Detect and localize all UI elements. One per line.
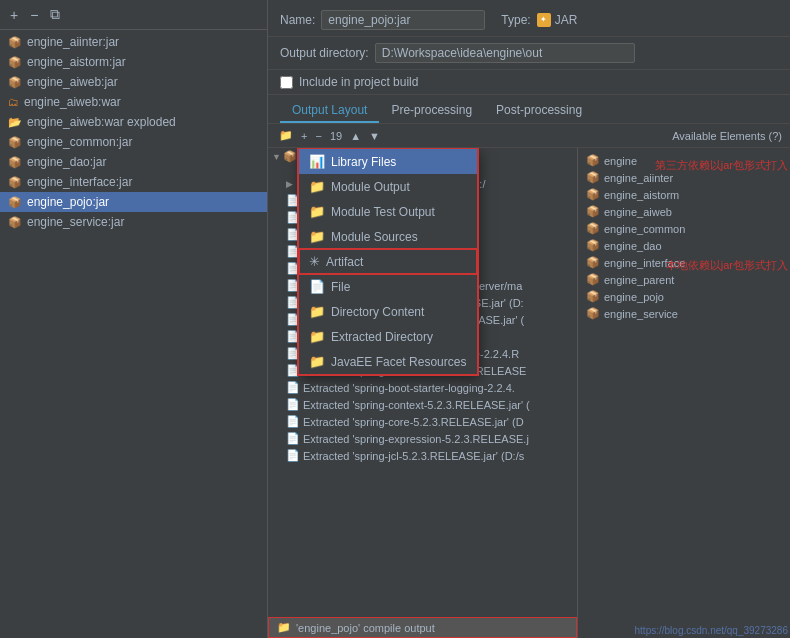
add-artifact-button[interactable]: + (6, 5, 22, 25)
dropdown-library-files[interactable]: 📊 Library Files (299, 149, 477, 174)
elements-item-engine[interactable]: 📦 engine (582, 152, 786, 169)
artifact-type-icon: 📦 (8, 76, 22, 89)
artifact-label: engine_common:jar (27, 135, 132, 149)
elements-item-engine-dao[interactable]: 📦 engine_dao (582, 237, 786, 254)
artifact-label: engine_aiinter:jar (27, 35, 119, 49)
include-label: Include in project build (299, 75, 418, 89)
elements-item-engine-aistorm[interactable]: 📦 engine_aistorm (582, 186, 786, 203)
artifact-label: engine_service:jar (27, 215, 124, 229)
layout-folder-btn[interactable]: 📁 (276, 127, 296, 144)
artifact-label: engine_interface:jar (27, 175, 132, 189)
engine-interface-icon: 📦 (586, 256, 600, 269)
engine-pojo-icon: 📦 (586, 290, 600, 303)
dropdown-artifact[interactable]: ✳ Artifact (299, 249, 477, 274)
artifact-list-panel: + − ⧉ 📦engine_aiinter:jar📦engine_aistorm… (0, 0, 268, 638)
layout-num-btn[interactable]: 19 (327, 128, 345, 144)
tab-post-processing[interactable]: Post-processing (484, 99, 594, 123)
dropdown-javaee[interactable]: 📁 JavaEE Facet Resources (299, 349, 477, 374)
engine-aistorm-icon: 📦 (586, 188, 600, 201)
artifact-item[interactable]: 📦engine_interface:jar (0, 172, 267, 192)
layout-tabs: Output Layout Pre-processing Post-proces… (268, 95, 790, 124)
dropdown-module-sources[interactable]: 📁 Module Sources (299, 224, 477, 249)
dropdown-directory-content[interactable]: 📁 Directory Content (299, 299, 477, 324)
content-area: ▼ 📦 engine 📊 Library Files 📁 Module Outp… (268, 148, 790, 638)
artifact-label: engine_pojo:jar (27, 195, 109, 209)
layout-down-btn[interactable]: ▼ (366, 128, 383, 144)
output-dir-label: Output directory: (280, 46, 369, 60)
bottom-compile-output[interactable]: 📁 'engine_pojo' compile output (268, 617, 577, 638)
artifact-label: engine_aiweb:war exploded (27, 115, 176, 129)
tab-output-layout[interactable]: Output Layout (280, 99, 379, 123)
include-checkbox-row: Include in project build (268, 70, 790, 95)
artifact-item[interactable]: 📦engine_common:jar (0, 132, 267, 152)
elements-item-engine-interface[interactable]: 📦 engine_interface (582, 254, 786, 271)
remove-artifact-button[interactable]: − (26, 5, 42, 25)
artifact-item[interactable]: 📂engine_aiweb:war exploded (0, 112, 267, 132)
module-test-output-icon: 📁 (309, 204, 325, 219)
name-type-row: Name: Type: ✦ JAR (268, 0, 790, 37)
artifact-type-icon: 📦 (8, 136, 22, 149)
artifact-item[interactable]: 📦engine_aiinter:jar (0, 32, 267, 52)
engine-dao-icon: 📦 (586, 239, 600, 252)
elements-item-engine-aiinter[interactable]: 📦 engine_aiinter (582, 169, 786, 186)
layout-remove-btn[interactable]: − (312, 128, 324, 144)
layout-add-btn[interactable]: + (298, 128, 310, 144)
dropdown-extracted-directory[interactable]: 📁 Extracted Directory (299, 324, 477, 349)
tree-item[interactable]: 📄 Extracted 'spring-context-5.2.3.RELEAS… (268, 396, 577, 413)
type-label: Type: (501, 13, 530, 27)
engine-aiinter-icon: 📦 (586, 171, 600, 184)
artifact-item[interactable]: 📦engine_aistorm:jar (0, 52, 267, 72)
tree-item[interactable]: 📄 Extracted 'spring-jcl-5.2.3.RELEASE.ja… (268, 447, 577, 464)
compile-output-icon: 📁 (277, 621, 291, 634)
output-dir-input[interactable] (375, 43, 635, 63)
artifact-item[interactable]: 📦engine_dao:jar (0, 152, 267, 172)
copy-artifact-button[interactable]: ⧉ (46, 4, 64, 25)
artifact-item[interactable]: 📦engine_pojo:jar (0, 192, 267, 212)
artifact-type-icon: 📦 (8, 36, 22, 49)
dropdown-module-output[interactable]: 📁 Module Output (299, 174, 477, 199)
name-label: Name: (280, 13, 315, 27)
left-toolbar: + − ⧉ (0, 0, 267, 30)
engine-icon: 📦 (586, 154, 600, 167)
elements-item-engine-parent[interactable]: 📦 engine_parent (582, 271, 786, 288)
file-icon: 📄 (309, 279, 325, 294)
elements-item-engine-aiweb[interactable]: 📦 engine_aiweb (582, 203, 786, 220)
artifact-list: 📦engine_aiinter:jar📦engine_aistorm:jar📦e… (0, 30, 267, 638)
engine-parent-icon: 📦 (586, 273, 600, 286)
output-dir-row: Output directory: (268, 37, 790, 70)
available-elements-panel: 📦 engine 📦 engine_aiinter 📦 engine_aisto… (578, 148, 790, 638)
dropdown-file[interactable]: 📄 File (299, 274, 477, 299)
watermark: https://blog.csdn.net/qq_39273286 (635, 625, 788, 636)
engine-service-icon: 📦 (586, 307, 600, 320)
layout-up-btn[interactable]: ▲ (347, 128, 364, 144)
dropdown-module-test-output[interactable]: 📁 Module Test Output (299, 199, 477, 224)
artifact-item[interactable]: 📦engine_aiweb:jar (0, 72, 267, 92)
engine-common-icon: 📦 (586, 222, 600, 235)
tree-item[interactable]: 📄 Extracted 'spring-expression-5.2.3.REL… (268, 430, 577, 447)
artifact-type-icon: 📦 (8, 176, 22, 189)
elements-item-engine-service[interactable]: 📦 engine_service (582, 305, 786, 322)
artifact-type-icon: 📦 (8, 216, 22, 229)
jar-icon: ✦ (537, 13, 551, 27)
type-badge: ✦ JAR (537, 13, 578, 27)
artifact-type-icon: 📦 (8, 196, 22, 209)
include-checkbox[interactable] (280, 76, 293, 89)
tab-pre-processing[interactable]: Pre-processing (379, 99, 484, 123)
artifact-item[interactable]: 🗂engine_aiweb:war (0, 92, 267, 112)
artifact-label: engine_aiweb:war (24, 95, 121, 109)
artifact-label: engine_aistorm:jar (27, 55, 126, 69)
directory-content-icon: 📁 (309, 304, 325, 319)
name-input[interactable] (321, 10, 485, 30)
artifact-type-icon: 📦 (8, 156, 22, 169)
tree-item[interactable]: 📄 Extracted 'spring-core-5.2.3.RELEASE.j… (268, 413, 577, 430)
tree-panel: ▼ 📦 engine 📊 Library Files 📁 Module Outp… (268, 148, 578, 638)
type-value: JAR (555, 13, 578, 27)
engine-aiweb-icon: 📦 (586, 205, 600, 218)
extracted-directory-icon: 📁 (309, 329, 325, 344)
module-output-icon: 📁 (309, 179, 325, 194)
javaee-icon: 📁 (309, 354, 325, 369)
artifact-item[interactable]: 📦engine_service:jar (0, 212, 267, 232)
elements-item-engine-pojo[interactable]: 📦 engine_pojo (582, 288, 786, 305)
tree-item[interactable]: 📄 Extracted 'spring-boot-starter-logging… (268, 379, 577, 396)
elements-item-engine-common[interactable]: 📦 engine_common (582, 220, 786, 237)
